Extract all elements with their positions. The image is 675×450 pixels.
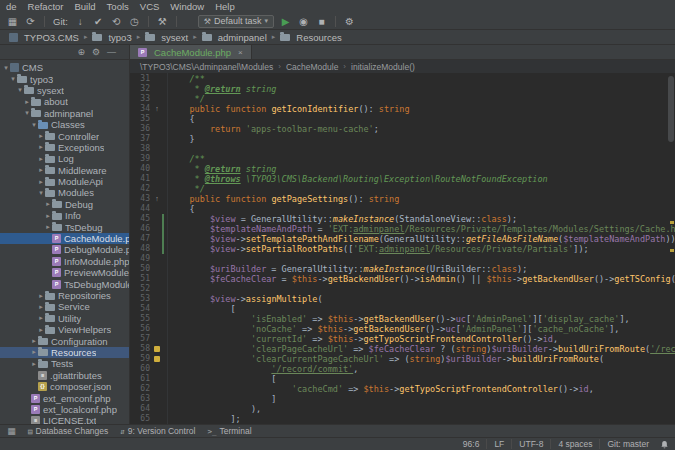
code-text[interactable]	[169, 144, 675, 154]
chevron-right-icon[interactable]: ▸	[37, 292, 45, 300]
build-icon[interactable]: ⚒	[156, 14, 169, 29]
navbar-item-resources[interactable]: Resources	[278, 32, 343, 43]
chevron-right-icon[interactable]: ▸	[44, 200, 52, 208]
code-text[interactable]: $view->setPartialRootPaths(['EXT:adminpa…	[169, 244, 675, 254]
panel-settings-icon[interactable]: ⚙	[92, 46, 100, 59]
code-text[interactable]: ];	[169, 414, 675, 424]
overrides-method-icon[interactable]: ↑	[152, 104, 162, 114]
toolwindow-switcher-icon[interactable]: ▦	[4, 426, 19, 436]
code-text[interactable]: $view->setTemplatePathAndFilename(Genera…	[169, 234, 675, 244]
close-tab-icon[interactable]: ×	[238, 48, 243, 57]
code-text[interactable]: public function getPageSettings(): strin…	[169, 194, 675, 204]
code-text[interactable]: 'clearPageCacheUrl' => $feCacheClear ? (…	[169, 344, 675, 354]
code-text[interactable]: [	[169, 304, 675, 314]
code-text[interactable]: $templateNameAndPath = 'EXT:adminpanel/R…	[169, 224, 675, 234]
code-text[interactable]: $view->assignMultiple(	[169, 294, 675, 304]
tree-item-ext-localconf-php[interactable]: Pext_localconf.php	[0, 404, 129, 415]
chevron-right-icon[interactable]: ▸	[37, 303, 45, 311]
chevron-down-icon[interactable]: ▾	[30, 121, 38, 129]
menu-item-refactor[interactable]: Refactor	[28, 1, 64, 12]
gutter-warning-icon[interactable]	[152, 354, 162, 364]
chevron-down-icon[interactable]: ▾	[9, 75, 17, 83]
tree-item-debugmodule-php[interactable]: PDebugModule.php	[0, 244, 129, 255]
code-text[interactable]: /**	[169, 74, 675, 84]
update-project-icon[interactable]: ↓	[74, 14, 87, 29]
code-text[interactable]: 'noCache' => $this->getBackendUser()->uc…	[169, 324, 675, 334]
navbar-item-typo3-cms[interactable]: TYPO3.CMS	[7, 32, 81, 43]
status-96-6[interactable]: 96:6	[456, 439, 487, 449]
tree-item-cms[interactable]: ▾CMS	[0, 62, 129, 73]
tree-item-middleware[interactable]: ▸Middleware	[0, 165, 129, 176]
tree-item-viewhelpers[interactable]: ▸ViewHelpers	[0, 324, 129, 335]
code-text[interactable]: ),	[169, 404, 675, 414]
tree-item-repositories[interactable]: ▸Repositories	[0, 290, 129, 301]
code-text[interactable]: $feCacheClear = $this->getBackendUser()-…	[169, 274, 675, 284]
settings-icon[interactable]: ⚙	[343, 14, 356, 29]
code-text[interactable]: */	[169, 94, 675, 104]
code-text[interactable]: $view = GeneralUtility::makeInstance(Sta…	[169, 214, 675, 224]
navbar-item-typo3[interactable]: typo3	[90, 32, 133, 43]
chevron-right-icon[interactable]: ▸	[37, 314, 45, 322]
code-text[interactable]: }	[169, 134, 675, 144]
error-stripe-mark[interactable]	[670, 221, 674, 224]
chevron-right-icon[interactable]: ▸	[37, 132, 45, 140]
gutter-warning-icon[interactable]	[152, 344, 162, 354]
chevron-down-icon[interactable]: ▾	[37, 189, 45, 197]
chevron-right-icon[interactable]: ▸	[30, 348, 38, 356]
tree-item-infomodule-php[interactable]: PInfoModule.php	[0, 256, 129, 267]
toolwindow-button-9-version-control[interactable]: ⇵9: Version Control	[114, 425, 201, 437]
code-editor[interactable]: 31 /**32 * @return string33 */34↑ public…	[130, 73, 675, 424]
tree-item-info[interactable]: ▸Info	[0, 210, 129, 221]
code-text[interactable]: 'cacheCmd' => $this->getTypoScriptFronte…	[169, 384, 675, 394]
menu-item-build[interactable]: Build	[74, 1, 95, 12]
tree-item-composer-json[interactable]: {}composer.json	[0, 381, 129, 392]
breadcrumb-item[interactable]: initializeModule()	[351, 62, 415, 72]
tree-item-tests[interactable]: ▸Tests	[0, 358, 129, 369]
menu-item-de[interactable]: de	[6, 1, 17, 12]
code-text[interactable]: * @return string	[169, 84, 675, 94]
error-stripe-mark[interactable]	[670, 249, 674, 252]
chevron-right-icon[interactable]: ▸	[44, 223, 52, 231]
commit-icon[interactable]: ✔	[92, 14, 105, 29]
tree-item-typo3[interactable]: ▾typo3	[0, 73, 129, 84]
tree-item-moduleapi[interactable]: ▸ModuleApi	[0, 176, 129, 187]
run-configuration-combo[interactable]: ⚒Default task▾	[198, 15, 274, 28]
tree-item-log[interactable]: ▸Log	[0, 153, 129, 164]
menu-item-help[interactable]: Help	[215, 1, 235, 12]
chevron-down-icon[interactable]: ▾	[2, 64, 10, 72]
breadcrumb-item[interactable]: \TYPO3\CMS\Adminpanel\Modules	[140, 62, 273, 72]
code-text[interactable]: {	[169, 204, 675, 214]
status-4-spaces[interactable]: 4 spaces	[550, 439, 599, 449]
tree-item-adminpanel[interactable]: ▾adminpanel	[0, 108, 129, 119]
tree-item-resources[interactable]: ▸Resources	[0, 347, 129, 358]
status-git-master[interactable]: Git: master	[599, 439, 656, 449]
tree-item-exceptions[interactable]: ▸Exceptions	[0, 142, 129, 153]
navbar-item-adminpanel[interactable]: adminpanel	[200, 32, 269, 43]
chevron-down-icon[interactable]: ▾	[23, 109, 31, 117]
tree-item-classes[interactable]: ▾Classes	[0, 119, 129, 130]
tree-item-configuration[interactable]: ▸Configuration	[0, 335, 129, 346]
history-icon[interactable]: ◷	[128, 14, 141, 29]
tree-item-gitattributes[interactable]: ≡.gitattributes	[0, 370, 129, 381]
rollback-icon[interactable]: ⟲	[110, 14, 123, 29]
toolwindow-button-database-changes[interactable]: ▤Database Changes	[22, 425, 114, 437]
code-text[interactable]: {	[169, 114, 675, 124]
breadcrumb-item[interactable]: CacheModule	[286, 62, 338, 72]
code-text[interactable]: 'currentId' => $this->getTypoScriptFront…	[169, 334, 675, 344]
open-project-icon[interactable]: ▦	[6, 14, 19, 29]
tree-item-about[interactable]: ▸about	[0, 96, 129, 107]
tree-item-tsdebug[interactable]: ▸TsDebug	[0, 221, 129, 232]
code-text[interactable]: ]	[169, 394, 675, 404]
menu-item-vcs[interactable]: VCS	[140, 1, 160, 12]
code-text[interactable]: [	[169, 374, 675, 384]
navbar-item-sysext[interactable]: sysext	[143, 32, 190, 43]
chevron-right-icon[interactable]: ▸	[37, 155, 45, 163]
toolwindow-button-terminal[interactable]: >_Terminal	[201, 425, 257, 437]
code-text[interactable]: $uriBuilder = GeneralUtility::makeInstan…	[169, 264, 675, 274]
tree-item-debug[interactable]: ▸Debug	[0, 199, 129, 210]
chevron-down-icon[interactable]: ▾	[16, 86, 24, 94]
tree-item-utility[interactable]: ▸Utility	[0, 313, 129, 324]
code-text[interactable]: */	[169, 184, 675, 194]
code-text[interactable]: /**	[169, 154, 675, 164]
menu-item-window[interactable]: Window	[170, 1, 204, 12]
